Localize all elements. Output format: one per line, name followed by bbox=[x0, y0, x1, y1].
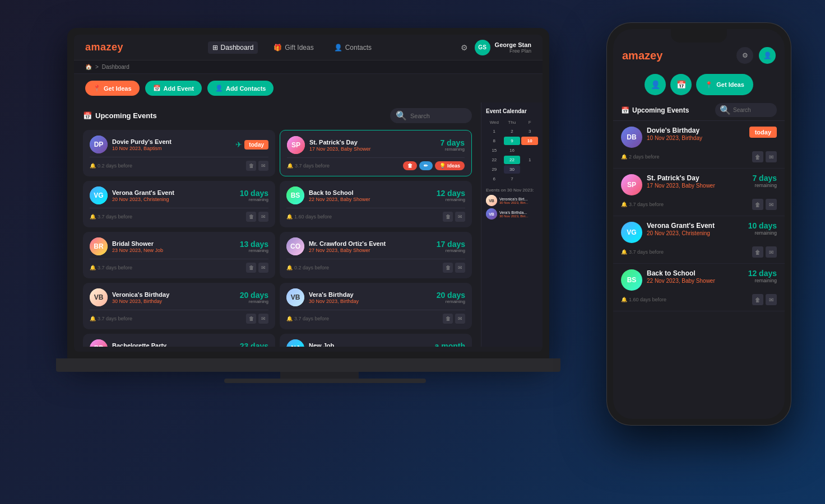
event-name: Dovie Purdy's Event bbox=[112, 138, 231, 145]
mail-icon[interactable]: ✉ bbox=[258, 263, 268, 273]
phone-user-icon[interactable]: 👤 bbox=[759, 47, 776, 64]
phone-action-icons: 🗑 ✉ bbox=[752, 151, 777, 162]
event-card: NJ New Job 8 Dec 2023, Congratulations a… bbox=[280, 334, 472, 347]
trash-icon[interactable]: 🗑 bbox=[246, 161, 256, 171]
phone-trash-icon[interactable]: 🗑 bbox=[752, 199, 763, 210]
event-actions: 🗑 ✉ bbox=[246, 212, 268, 222]
edit-button[interactable]: ✏ bbox=[419, 161, 433, 170]
mail-icon[interactable]: ✉ bbox=[455, 314, 465, 324]
get-ideas-button[interactable]: 📍 Get Ideas bbox=[85, 81, 140, 96]
phone-trash-icon[interactable]: 🗑 bbox=[752, 246, 763, 258]
search-input[interactable] bbox=[410, 113, 466, 119]
cal-day[interactable]: 29 bbox=[486, 165, 503, 174]
event-card-header: VB Veronica's Birthday 30 Nov 2023, Birt… bbox=[90, 288, 268, 306]
cal-day[interactable]: 15 bbox=[486, 146, 503, 155]
cal-day[interactable]: 3 bbox=[521, 127, 538, 136]
phone-trash-icon[interactable]: 🗑 bbox=[752, 294, 763, 305]
phone-reminder: 🔔 3.7 days before bbox=[621, 202, 664, 207]
cal-events-title: Events on 30 Nov 2023: bbox=[486, 188, 538, 193]
phone-event-date: 22 Nov 2023, Baby Shower bbox=[647, 278, 744, 284]
phone-add-event-button[interactable]: 📅 bbox=[670, 74, 692, 95]
phone-reminder: 🔔 2 days before bbox=[621, 154, 660, 160]
nav-gift-ideas[interactable]: 🎁 Gift Ideas bbox=[269, 41, 318, 54]
event-footer: 🔔 3.7 days before 🗑 ✉ bbox=[90, 208, 268, 222]
add-event-icon: 📅 bbox=[153, 85, 161, 92]
reminder-icon: 🔔 bbox=[286, 265, 293, 270]
trash-icon[interactable]: 🗑 bbox=[246, 263, 256, 273]
cal-event-item: VB Vera's Birthda... 30 Nov 2023, Birt..… bbox=[486, 208, 538, 220]
cal-day[interactable] bbox=[521, 175, 538, 183]
mail-icon[interactable]: ✉ bbox=[258, 212, 268, 222]
add-event-button[interactable]: 📅 Add Event bbox=[145, 81, 202, 96]
phone-settings-icon[interactable]: ⚙ bbox=[736, 47, 753, 64]
event-date: 22 Nov 2023, Baby Shower bbox=[309, 197, 432, 202]
event-name: Vera's Birthday bbox=[309, 291, 432, 298]
phone-event-top: DB Dovie's Birthday 10 Nov 2023, Birthda… bbox=[621, 127, 777, 148]
trash-icon[interactable]: 🗑 bbox=[246, 314, 256, 324]
trash-icon[interactable]: 🗑 bbox=[443, 263, 453, 273]
add-contacts-button[interactable]: 👤 Add Contacts bbox=[207, 81, 274, 96]
phone-events-title: 📅 Upcoming Events bbox=[621, 106, 689, 114]
search-box[interactable]: 🔍 bbox=[390, 108, 472, 123]
ideas-button[interactable]: 💡 Ideas bbox=[435, 161, 465, 170]
phone-event-info: Verona Grant's Event 20 Nov 2023, Christ… bbox=[647, 222, 744, 236]
days-label: remaining bbox=[437, 248, 465, 253]
cal-day[interactable]: 22 bbox=[504, 156, 521, 164]
cal-day[interactable]: 7 bbox=[504, 175, 521, 183]
event-card: DP Dovie Purdy's Event 10 Nov 2023, Bapt… bbox=[83, 130, 275, 176]
phone-mail-icon[interactable]: ✉ bbox=[766, 246, 777, 258]
mail-icon[interactable]: ✉ bbox=[455, 212, 465, 222]
cal-day-selected[interactable]: 30 bbox=[504, 165, 521, 174]
trash-icon[interactable]: 🗑 bbox=[443, 314, 453, 324]
cal-day[interactable] bbox=[521, 165, 538, 174]
avatar: GS bbox=[475, 40, 490, 55]
phone-days-number: 12 days bbox=[748, 269, 777, 278]
phone-event-avatar: BS bbox=[621, 269, 642, 291]
cal-header: Thu bbox=[504, 119, 521, 126]
reminder-text: 🔔 3.7 days before bbox=[90, 316, 132, 321]
event-date: 17 Nov 2023, Baby Shower bbox=[309, 146, 435, 152]
phone-search-input[interactable] bbox=[733, 107, 772, 113]
trash-icon[interactable]: 🗑 bbox=[246, 212, 256, 222]
event-action-btns: 🗑 ✏ 💡 Ideas bbox=[403, 161, 465, 170]
laptop-screen: amazey ⊞ Dashboard 🎁 Gift Ideas 👤 Cont bbox=[74, 35, 543, 352]
trash-icon[interactable]: 🗑 bbox=[443, 212, 453, 222]
event-days: 20 days remaining bbox=[240, 291, 268, 304]
cal-day[interactable]: 8 bbox=[486, 137, 503, 145]
phone-get-ideas-button[interactable]: 📍 Get Ideas bbox=[696, 74, 753, 95]
event-actions: 🗑 ✉ bbox=[246, 314, 268, 324]
event-footer: 🔔 1.60 days before 🗑 ✉ bbox=[286, 208, 465, 222]
cal-day[interactable]: 1 bbox=[521, 156, 538, 164]
phone-events-header: 📅 Upcoming Events 🔍 bbox=[613, 100, 785, 121]
nav-dashboard[interactable]: ⊞ Dashboard bbox=[208, 41, 258, 54]
mail-icon[interactable]: ✉ bbox=[258, 161, 268, 171]
phone-mail-icon[interactable]: ✉ bbox=[766, 294, 777, 305]
settings-icon[interactable]: ⚙ bbox=[461, 43, 468, 52]
cal-header: F bbox=[521, 119, 538, 126]
cal-day[interactable]: 9 bbox=[504, 137, 521, 145]
cal-day[interactable]: 2 bbox=[504, 127, 521, 136]
phone-add-contact-button[interactable]: 👤 bbox=[645, 74, 666, 95]
calendar-icon: 📅 bbox=[83, 111, 92, 120]
cal-day[interactable]: 22 bbox=[486, 156, 503, 164]
phone-mail-icon[interactable]: ✉ bbox=[766, 151, 777, 162]
delete-button[interactable]: 🗑 bbox=[403, 161, 417, 170]
event-footer: 🔔 0.2 days before 🗑 ✉ bbox=[286, 259, 465, 273]
cal-day[interactable]: 1 bbox=[486, 127, 503, 136]
cal-day[interactable]: 6 bbox=[486, 175, 503, 183]
nav-contacts[interactable]: 👤 Contacts bbox=[330, 41, 376, 54]
cal-day[interactable] bbox=[521, 146, 538, 155]
cal-day-today[interactable]: 10 bbox=[521, 137, 538, 145]
mail-icon[interactable]: ✉ bbox=[455, 263, 465, 273]
phone-mail-icon[interactable]: ✉ bbox=[766, 199, 777, 210]
days-label: remaining bbox=[240, 248, 268, 253]
mail-icon[interactable]: ✉ bbox=[258, 314, 268, 324]
event-days: 13 days remaining bbox=[240, 240, 268, 253]
phone-trash-icon[interactable]: 🗑 bbox=[752, 151, 763, 162]
event-card-header: CO Mr. Crawford Ortiz's Event 27 Nov 202… bbox=[286, 237, 465, 255]
paper-plane-icon: ✈ bbox=[235, 140, 242, 149]
cal-day[interactable]: 16 bbox=[504, 146, 521, 155]
phone-event-avatar: DB bbox=[621, 127, 642, 148]
phone-search-box[interactable]: 🔍 bbox=[715, 103, 777, 117]
phone-reminder-icon: 🔔 bbox=[621, 154, 627, 160]
